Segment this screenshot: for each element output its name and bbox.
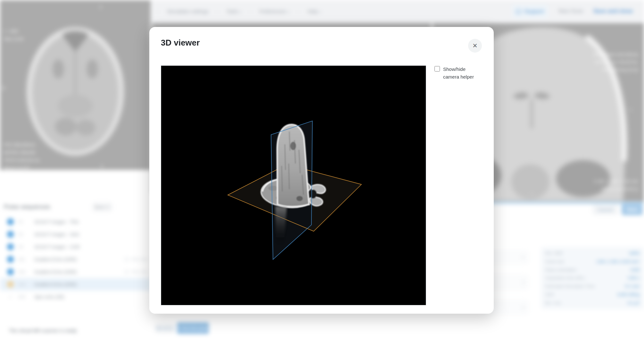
param-row: Plane orientation COR <box>545 266 640 274</box>
modal-title: 3D viewer <box>161 38 200 48</box>
coords-label: X: 86, Y: 138, Z: 132 mm <box>594 178 638 185</box>
param-value: 100% <box>629 251 640 256</box>
orientation-marker-inferior: I <box>531 191 533 196</box>
fov-label: FOV 280x280mm <box>4 141 40 149</box>
chat-icon <box>516 9 522 14</box>
param-value: 0.001 W/Kg <box>617 292 640 297</box>
camera-helper-label[interactable]: Show/hide camera helper <box>443 65 482 81</box>
nav-simulation-settings[interactable]: Simulation settings <box>167 9 209 14</box>
nav-tools[interactable]: Tools▾ <box>226 9 241 14</box>
caret-down-icon: ▾ <box>319 10 321 14</box>
run-all-button[interactable]: Run all (1) <box>155 323 175 333</box>
orientation-marker-posterior: P <box>101 164 103 169</box>
pulse-number: #3 <box>18 244 29 249</box>
camera-helper-control: Show/hide camera helper <box>434 65 486 81</box>
param-label: Acquisition time (IRL) <box>545 275 585 280</box>
caret-down-icon: ▾ <box>240 10 242 14</box>
pulse-label: Gradient Echo (GRE) <box>34 282 77 287</box>
pulse-label: SCOUT Images - TRA <box>34 219 79 225</box>
status-done-icon: ✓ <box>7 231 14 238</box>
timestamp-label: 2025-12-16 15:00:11 <box>594 185 638 193</box>
pulse-sequences-title: Pulse sequences <box>4 203 50 210</box>
status-idle-icon: ✓ <box>7 293 14 300</box>
nav-preferences[interactable]: Preferences▾ <box>259 9 290 14</box>
cancel-button[interactable]: Cancel <box>592 204 618 215</box>
pulse-row[interactable]: ✓ #12 Gradient Echo (GRE) 00m 00s <box>0 266 151 278</box>
param-label: Plane orientation <box>545 267 577 272</box>
param-row: Voxel size 1.95 x 1.95 x 6.00 mm³ <box>545 258 640 266</box>
status-pending-icon <box>7 281 14 288</box>
status-done-icon: ✓ <box>7 218 14 225</box>
stepper-up-icon[interactable]: ▴ <box>522 279 524 282</box>
pulse-row[interactable]: ✓ #14 Spin echo (SE) <box>0 291 151 303</box>
recon-label: Recon LS-FFT <box>4 164 40 170</box>
param-value: 0-1 min <box>625 284 640 289</box>
nav-separator: | <box>157 9 159 14</box>
scan-parameters-panel: Rel. SNR 100% Voxel size 1.95 x 1.95 x 6… <box>541 247 644 309</box>
camera-helper-checkbox[interactable] <box>434 66 440 72</box>
nav-separator: | <box>217 9 218 14</box>
param-label: B1+ rms <box>545 301 561 305</box>
scanner-status-message: The virtual MR scanner is ready <box>9 328 77 333</box>
axial-image-viewport[interactable]: 2 - GRE Slice 11/26 A ❮ FOV 280x280mm MA… <box>0 0 151 170</box>
nav-separator: | <box>298 9 299 14</box>
position-overlay: X: 86, Y: 138, Z: 132 mm 2025-12-16 15:0… <box>594 178 638 193</box>
close-button[interactable]: ✕ <box>468 39 482 53</box>
save-button[interactable]: Save <box>622 203 643 215</box>
close-icon: ✕ <box>473 42 478 49</box>
param-row: B1+ rms 0.1 µT <box>545 299 640 307</box>
run-this-pulse-button[interactable]: ▶ Run this pulse <box>177 322 209 334</box>
scan-selector-button[interactable]: Scan 2 ▾ <box>92 202 112 212</box>
chevron-down-icon: ▾ <box>522 305 524 310</box>
param-label: Rel. SNR <box>545 251 563 256</box>
pulse-label: SCOUT Images - SAG <box>34 232 79 237</box>
pulse-label: Spin echo (SE) <box>34 294 64 300</box>
pulse-row[interactable]: ✓ #2 SCOUT Images - SAG <box>0 228 151 241</box>
nav-help[interactable]: Help▾ <box>308 9 321 14</box>
param-value: 0.90 s <box>628 275 640 280</box>
status-done-icon: ✓ <box>7 256 14 263</box>
scan-info-overlay: Brain (tumor and edema) B0 0.3T – G: 45.… <box>594 51 638 74</box>
pulse-duration: 00m 00s <box>124 269 147 274</box>
pulse-number: #11 <box>18 257 29 262</box>
pulse-row[interactable]: ✓ #3 SCOUT Images - COR <box>0 241 151 253</box>
caret-down-icon: ▾ <box>109 206 110 209</box>
orientation-marker-left: L <box>630 107 632 112</box>
trte-label: TR/TE 9.00/4.50 ms <box>4 157 40 164</box>
pulse-number: #12 <box>18 269 29 274</box>
pulse-row[interactable]: ✓ #1 SCOUT Images - TRA <box>0 216 151 228</box>
play-icon: ▶ <box>178 326 180 330</box>
stepper-down-icon[interactable]: ▾ <box>522 283 524 286</box>
pulse-row-selected[interactable]: #13 Gradient Echo (GRE) <box>0 278 151 291</box>
new-scan-button[interactable]: New Scan <box>558 8 583 14</box>
param-row: Rel. SNR 100% <box>545 249 640 257</box>
acquisition-overlay: FOV 280x280mm MATRIX 256x256 TR/TE 9.00/… <box>4 141 40 170</box>
nav-separator: | <box>250 9 251 14</box>
sequence-overlay: 2 - GRE Slice 11/26 <box>4 28 23 43</box>
pulse-number: #13 <box>18 282 29 287</box>
pulse-row[interactable]: ✓ #11 Gradient Echo (GRE) 00m 00s <box>0 253 151 266</box>
pulse-number: #14 <box>18 294 29 299</box>
param-label: Estimated Simulation Time <box>545 284 595 289</box>
clock-icon <box>124 257 129 262</box>
field-label: B0 0.3T – G: 45.0mT/m, <box>594 58 638 66</box>
param-label: SAR <box>545 292 554 297</box>
save-and-close-button[interactable]: Save and close <box>593 8 633 14</box>
sequence-label: 2 - GRE <box>4 28 23 35</box>
prev-slice-arrow-icon[interactable]: ❮ <box>2 85 5 90</box>
pulse-label: Gradient Echo (GRE) <box>34 269 77 275</box>
3d-render-viewport[interactable] <box>161 65 426 305</box>
param-row: Acquisition time (IRL) 0.90 s <box>545 274 640 282</box>
support-button[interactable]: Support <box>512 4 548 18</box>
chevron-down-icon: ▾ <box>522 255 524 259</box>
pulse-label: SCOUT Images - COR <box>34 244 80 250</box>
param-row: Estimated Simulation Time 0-1 min <box>545 282 640 290</box>
model-label: Brain (tumor and edema) <box>594 51 638 58</box>
pulse-sequence-list: ✓ #1 SCOUT Images - TRA ✓ #2 SCOUT Image… <box>0 216 151 303</box>
clock-icon <box>124 270 129 274</box>
pulse-label: Gradient Echo (GRE) <box>34 257 77 262</box>
slice-label: Slice 11/26 <box>4 35 23 43</box>
param-value: 1.95 x 1.95 x 6.00 mm³ <box>596 259 640 264</box>
status-done-icon: ✓ <box>7 268 14 275</box>
param-row: SAR 0.001 W/Kg <box>545 291 640 299</box>
